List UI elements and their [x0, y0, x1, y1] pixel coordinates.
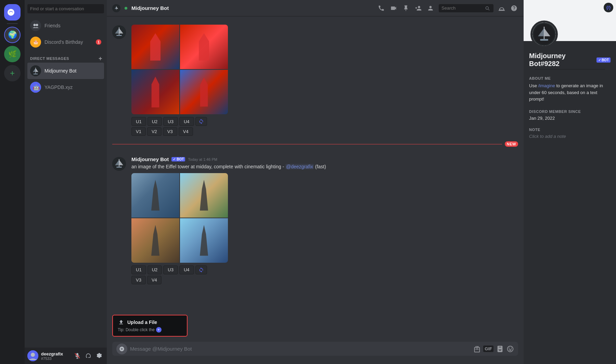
add-member-icon[interactable]: [414, 4, 422, 12]
canada-image-4[interactable]: [180, 70, 228, 114]
canada-v2-button[interactable]: V2: [147, 127, 162, 136]
plus-circle-icon: +: [156, 327, 162, 333]
eiffel-message-content: Midjourney Bot ✓ BOT Today at 1:46 PM an…: [131, 156, 518, 286]
svg-point-0: [8, 9, 14, 16]
canada-u3-button[interactable]: U3: [163, 117, 178, 126]
profile-icon[interactable]: [426, 4, 435, 12]
search-icon: [485, 5, 490, 11]
upload-tooltip-header: Upload a File: [118, 319, 182, 326]
pin-icon[interactable]: [402, 4, 410, 12]
find-conversation-input[interactable]: [27, 4, 104, 13]
video-icon[interactable]: [389, 4, 398, 12]
eiffel-v4-button[interactable]: V4: [147, 276, 162, 284]
message-input[interactable]: [130, 342, 470, 356]
right-panel-banner: {/}: [524, 0, 616, 41]
svg-rect-16: [116, 167, 122, 168]
eiffel-buttons-row1: U1 U2 U3 U4: [131, 265, 518, 274]
upload-file-icon: [118, 319, 125, 326]
discord-birthday-item[interactable]: 🎂 Discord's Birthday 1: [27, 34, 104, 50]
canada-image-3[interactable]: [131, 70, 179, 114]
eiffel-image-4[interactable]: [180, 218, 228, 263]
search-bar[interactable]: [439, 4, 493, 12]
bot-badge: ✓ BOT: [171, 157, 185, 161]
note-input[interactable]: Click to add a note: [529, 134, 611, 139]
right-panel-body: Midjourney Bot#9282 ✓ BOT ABOUT ME Use /…: [524, 41, 616, 364]
midjourney-label: Midjourney Bot: [44, 68, 101, 74]
emoji-icon[interactable]: [506, 345, 514, 353]
user-panel: deezgrafix #7533: [25, 348, 107, 364]
eiffel-image-2[interactable]: [180, 173, 228, 218]
canada-image-grid[interactable]: [131, 25, 228, 114]
search-input[interactable]: [441, 5, 483, 11]
user-avatar[interactable]: [27, 350, 38, 361]
svg-point-8: [31, 353, 35, 357]
panel-username: Midjourney Bot#9282 ✓ BOT: [529, 52, 611, 68]
canada-u2-button[interactable]: U2: [147, 117, 162, 126]
add-dm-button[interactable]: +: [99, 56, 104, 61]
canada-u1-button[interactable]: U1: [131, 117, 146, 126]
server-icon-green[interactable]: 🌿: [4, 46, 21, 62]
canada-image-2[interactable]: [180, 25, 228, 69]
canada-refresh-button[interactable]: [195, 117, 207, 126]
username: deezgrafix: [41, 351, 70, 356]
canada-image-1[interactable]: [131, 25, 179, 69]
settings-button[interactable]: [94, 351, 104, 361]
eiffel-refresh-button[interactable]: [195, 265, 207, 274]
eiffel-v3-button[interactable]: V3: [131, 276, 146, 284]
help-icon[interactable]: [510, 4, 518, 12]
about-prefix: Use: [529, 83, 538, 88]
gif-icon[interactable]: GIF: [483, 346, 493, 352]
message-group-canada: U1 U2 U3 U4 V1 V2 V3 V4: [107, 16, 524, 137]
server-divider: [7, 23, 18, 24]
mute-button[interactable]: [73, 351, 82, 361]
eiffel-mention[interactable]: @deezgrafix: [285, 164, 314, 169]
gift-icon[interactable]: [473, 345, 480, 353]
eiffel-u1-button[interactable]: U1: [131, 265, 146, 274]
messages-area: U1 U2 U3 U4 V1 V2 V3 V4: [107, 16, 524, 342]
eiffel-image-grid[interactable]: [131, 173, 228, 263]
channel-avatar: [112, 4, 120, 12]
midjourney-avatar: [30, 65, 41, 76]
user-controls: [73, 351, 104, 361]
code-icon[interactable]: {/}: [604, 3, 613, 12]
dm-item-midjourney[interactable]: Midjourney Bot: [27, 63, 104, 79]
eiffel-image-1[interactable]: [131, 173, 179, 218]
bot-label: BOT: [177, 157, 184, 161]
add-server-icon: +: [10, 69, 15, 77]
add-server-button[interactable]: +: [4, 65, 21, 81]
online-status-dot: [125, 7, 127, 10]
panel-divider-1: [535, 69, 605, 69]
sticker-icon[interactable]: [496, 345, 504, 353]
chat-header: Midjourney Bot: [107, 0, 524, 16]
imagine-link[interactable]: /imagine: [538, 83, 555, 88]
upload-tip-text: Tip: Double click the: [118, 327, 155, 332]
eiffel-u3-button[interactable]: U3: [163, 265, 178, 274]
canada-u4-button[interactable]: U4: [179, 117, 194, 126]
member-since-title: DISCORD MEMBER SINCE: [529, 109, 611, 114]
dm-section-header: DIRECT MESSAGES +: [25, 50, 107, 63]
canada-v4-button[interactable]: V4: [179, 127, 193, 136]
eiffel-u2-button[interactable]: U2: [147, 265, 162, 274]
canada-v1-button[interactable]: V1: [131, 127, 146, 136]
deafen-button[interactable]: [84, 351, 93, 361]
eiffel-message-text: an image of the Eiffel tower at midday, …: [131, 164, 518, 170]
eiffel-message-header: Midjourney Bot ✓ BOT Today at 1:46 PM: [131, 156, 518, 162]
bot-avatar-canada: [112, 25, 126, 39]
upload-button[interactable]: [116, 343, 127, 354]
dm-item-yagpdb[interactable]: 🤖 YAGPDB.xyz: [27, 79, 104, 95]
call-icon[interactable]: [377, 4, 385, 12]
svg-point-2: [36, 24, 38, 26]
server-icon-planet[interactable]: 🌍: [4, 27, 21, 43]
panel-avatar-inner: [532, 23, 556, 46]
canada-v3-button[interactable]: V3: [163, 127, 177, 136]
friends-item[interactable]: Friends: [27, 17, 104, 34]
separator-line-left: [112, 144, 502, 144]
user-info: deezgrafix #7533: [41, 351, 70, 361]
server-icon-home[interactable]: [4, 4, 21, 21]
eiffel-image-3[interactable]: [131, 218, 179, 263]
message-input-box: GIF: [112, 342, 518, 356]
inbox-icon[interactable]: [498, 4, 506, 12]
main-content: Midjourney Bot: [107, 0, 524, 364]
note-title: NOTE: [529, 128, 611, 132]
eiffel-u4-button[interactable]: U4: [179, 265, 194, 274]
